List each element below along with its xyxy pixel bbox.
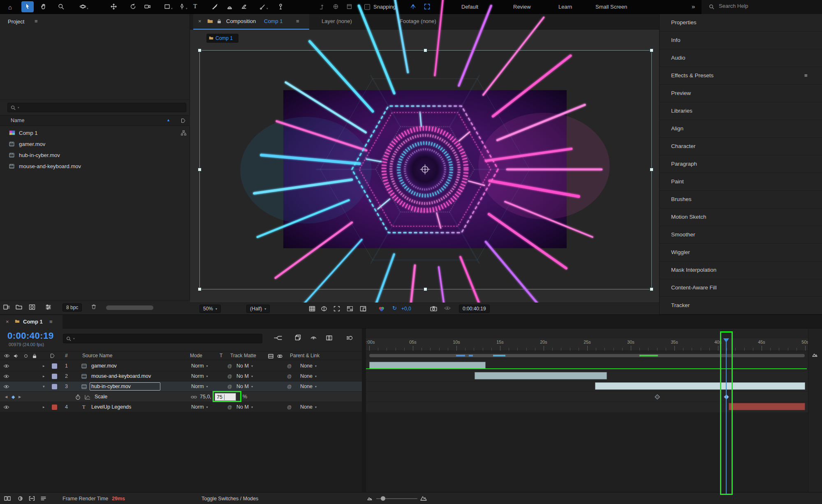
label-column-icon[interactable] xyxy=(50,354,55,358)
layer-name[interactable]: gamer.mov xyxy=(91,361,117,371)
workspace-default[interactable]: Default xyxy=(461,4,478,10)
scale-value-x[interactable]: 75,0, xyxy=(200,392,211,402)
number-column-header[interactable]: # xyxy=(65,353,68,358)
layer-bar-mouse-and-keyboard[interactable] xyxy=(475,372,607,379)
bbox-handle-bottom-right[interactable] xyxy=(650,287,653,291)
mode-column-header[interactable]: Mode xyxy=(190,353,202,358)
stopwatch-icon[interactable] xyxy=(75,394,81,400)
sort-ascending-icon[interactable]: ▲ xyxy=(167,118,170,122)
layer-row-3-selected[interactable]: ▾ 3 hub-in-cyber.mov Norm @ No M @ None xyxy=(0,381,362,392)
motion-blur-icon[interactable] xyxy=(346,335,353,341)
panel-tab-libraries[interactable]: Libraries xyxy=(660,102,822,120)
audio-column-icon[interactable] xyxy=(14,354,19,358)
preview-time-display[interactable]: 0:00:40:19 xyxy=(459,305,490,313)
toggle-switches-modes-button[interactable]: Toggle Switches / Modes xyxy=(201,496,258,502)
track-matte-dropdown[interactable]: No M xyxy=(236,402,253,412)
world-axis-mode-icon[interactable] xyxy=(332,3,340,11)
pick-whip-icon[interactable]: @ xyxy=(227,361,232,371)
resolution-dropdown[interactable]: (Half) xyxy=(246,305,270,313)
twirl-icon[interactable]: ▾ xyxy=(43,381,45,392)
eye-icon[interactable] xyxy=(3,375,9,378)
pick-whip-icon[interactable]: @ xyxy=(287,381,292,392)
adjust-icon[interactable] xyxy=(45,304,51,310)
pick-whip-icon[interactable]: @ xyxy=(287,371,292,381)
vertical-scrollbar-icon[interactable] xyxy=(812,352,817,357)
keyframe-diamond[interactable] xyxy=(655,394,660,400)
eraser-tool-icon[interactable] xyxy=(241,3,249,11)
rotation-tool-icon[interactable] xyxy=(130,3,138,11)
orbit-camera-tool-icon[interactable] xyxy=(79,3,88,11)
bbox-handle-top-right[interactable] xyxy=(650,49,653,52)
mask-visibility-icon[interactable] xyxy=(321,306,327,312)
roto-caret-icon[interactable]: ▾ xyxy=(266,7,268,10)
camera-tool-caret-icon[interactable]: ▾ xyxy=(87,7,88,10)
snap-crosshair-icon[interactable] xyxy=(410,3,418,11)
pen-tool-caret-icon[interactable]: ▾ xyxy=(186,7,188,10)
pick-whip-icon[interactable]: @ xyxy=(287,361,292,371)
layer-bar-hub-in-cyber-selected[interactable] xyxy=(595,382,805,390)
home-icon[interactable]: ⌂ xyxy=(8,4,16,11)
timeline-tab-comp-1[interactable]: × Comp 1 ≡ xyxy=(0,315,63,328)
tab-footage[interactable]: Footage (none) xyxy=(400,18,436,24)
label-color-swatch[interactable] xyxy=(52,384,57,389)
layer-row-2[interactable]: ▸ 2 mouse-and-keyboard.mov Norm @ No M @… xyxy=(0,371,362,381)
draft-3d-icon[interactable] xyxy=(294,335,301,341)
snapping-checkbox[interactable] xyxy=(364,4,370,10)
zoom-out-mountain-icon[interactable] xyxy=(367,496,372,500)
frame-blending-icon[interactable] xyxy=(326,335,333,341)
reset-exposure-icon[interactable]: ↻ xyxy=(392,305,397,311)
label-color-swatch[interactable] xyxy=(52,374,57,379)
help-search-input[interactable] xyxy=(719,3,813,9)
graph-editor-icon[interactable] xyxy=(85,395,90,400)
blend-mode-dropdown[interactable]: Norm xyxy=(191,371,208,381)
label-column-icon[interactable] xyxy=(181,118,185,123)
work-area-bar[interactable] xyxy=(369,354,805,357)
selection-tool-button[interactable] xyxy=(21,1,34,12)
local-axis-mode-icon[interactable] xyxy=(319,3,327,11)
transfer-controls-icon[interactable] xyxy=(277,354,282,358)
panel-tab-paint[interactable]: Paint xyxy=(660,173,822,191)
view-layout-icon[interactable] xyxy=(360,306,366,312)
panel-menu-icon[interactable]: ≡ xyxy=(804,72,808,79)
hide-shy-layers-icon[interactable] xyxy=(310,335,317,341)
exposure-offset-value[interactable]: +0,0 xyxy=(401,306,411,312)
blend-mode-dropdown[interactable]: Norm xyxy=(191,381,208,392)
panel-tab-properties[interactable]: Properties xyxy=(660,14,822,32)
horizontal-scrollbar-thumb[interactable] xyxy=(106,305,153,310)
panel-tab-smoother[interactable]: Smoother xyxy=(660,226,822,244)
pick-whip-icon[interactable]: @ xyxy=(227,402,232,412)
bbox-handle-top-center[interactable] xyxy=(424,49,427,52)
timeline-zoom-slider-knob[interactable] xyxy=(381,496,385,501)
panel-tab-paragraph[interactable]: Paragraph xyxy=(660,155,822,173)
panel-menu-icon[interactable]: ≡ xyxy=(296,18,299,24)
close-icon[interactable]: × xyxy=(6,319,9,325)
layer-row-4[interactable]: ▸ 4 T LevelUp Legends Norm @ No M @ None xyxy=(0,402,362,412)
blend-mode-dropdown[interactable]: Norm xyxy=(191,361,208,371)
track-matte-dropdown[interactable]: No M xyxy=(236,361,253,371)
show-snapshot-icon[interactable] xyxy=(444,306,451,310)
panel-tab-mask-interpolation[interactable]: Mask Interpolation xyxy=(660,261,822,279)
panel-tab-content-aware-fill[interactable]: Content-Aware Fill xyxy=(660,279,822,297)
new-folder-icon[interactable] xyxy=(16,304,22,310)
close-icon[interactable]: × xyxy=(198,18,201,24)
scale-property-row[interactable]: ◀ ◆ ▶ Scale 75,0, 75 % xyxy=(0,392,362,402)
panel-tab-effects-presets[interactable]: Effects & Presets≡ xyxy=(660,67,822,85)
pick-whip-icon[interactable]: @ xyxy=(227,381,232,392)
video-column-icon[interactable] xyxy=(4,354,10,358)
bbox-handle-mid-right[interactable] xyxy=(650,168,653,171)
pan-behind-tool-icon[interactable] xyxy=(110,3,118,11)
project-panel-menu-icon[interactable]: ≡ xyxy=(35,18,38,24)
property-label[interactable]: Scale xyxy=(95,392,107,402)
layer-name[interactable]: mouse-and-keyboard.mov xyxy=(91,371,151,381)
workspace-overflow-chevrons[interactable]: » xyxy=(692,3,695,10)
expand-layer-switches-icon[interactable] xyxy=(4,496,11,501)
panel-tab-info[interactable]: Info xyxy=(660,32,822,49)
panel-tab-brushes[interactable]: Brushes xyxy=(660,191,822,208)
region-of-interest-icon[interactable] xyxy=(333,306,340,312)
next-keyframe-icon[interactable]: ▶ xyxy=(19,392,21,402)
project-item-comp-1[interactable]: Comp 1 xyxy=(0,127,190,139)
eye-icon[interactable] xyxy=(3,405,9,409)
bbox-handle-top-left[interactable] xyxy=(198,49,201,52)
time-ruler[interactable]: 0:00s 05s 10s 15s 20s 25s 30s 35s 40s 45… xyxy=(366,338,808,351)
blend-mode-dropdown[interactable]: Norm xyxy=(191,402,208,412)
